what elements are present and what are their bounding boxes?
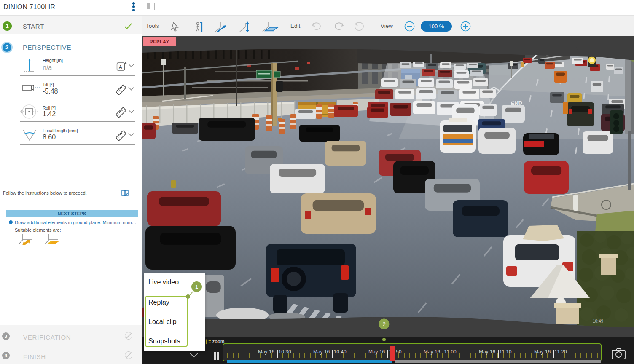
svg-text:10:49: 10:49: [593, 319, 603, 324]
svg-text:2: 2: [382, 321, 385, 327]
svg-text:A: A: [119, 64, 122, 70]
